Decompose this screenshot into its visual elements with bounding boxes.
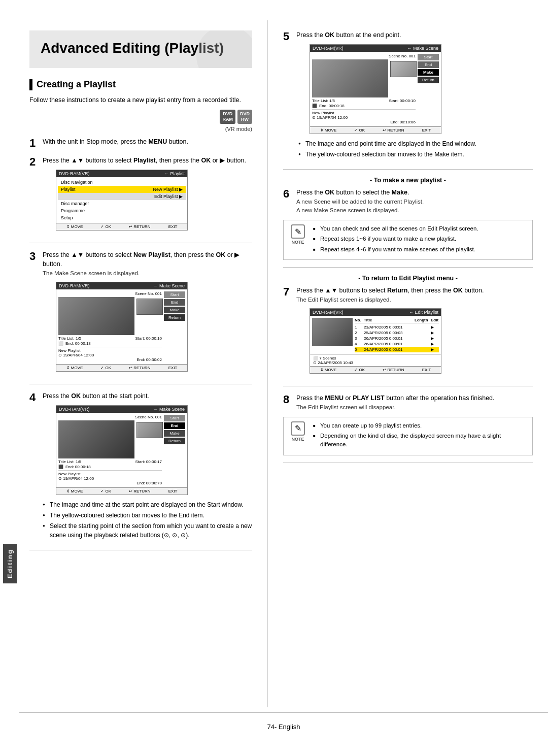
section-title: Creating a Playlist [37, 79, 116, 90]
step-5-num: 5 [283, 31, 296, 162]
divider-3 [29, 550, 252, 550]
step-4-text: Press the OK button at the start point. [43, 391, 252, 401]
to-make-heading: - To make a new playlist - [283, 177, 533, 184]
note-label-1: NOTE [291, 240, 304, 245]
bullet-4-1: The image and time at the start point ar… [43, 500, 252, 509]
page-title: Advanced Editing (Playlist) [41, 40, 241, 57]
screen3-footer-exit: EXIT [168, 366, 178, 370]
screen5-header-right: ← Make Scene [407, 46, 438, 51]
menu-playlist: PlaylistNew Playlist ▶ [58, 186, 186, 193]
dvd-icons-row: DVDRAM DVDRW [29, 110, 252, 124]
vr-mode-text: (VR mode) [29, 126, 252, 132]
step-3: 3 Press the ▲▼ buttons to select New Pla… [29, 250, 252, 377]
screen1-footer-return: ↩ RETURN [129, 224, 151, 229]
divider-right-4 [283, 463, 533, 463]
intro-text: Follow these instructions to create a ne… [29, 95, 252, 105]
screen4-header-right: ← Make Scene [153, 407, 185, 412]
screen1-footer-exit: EXIT [168, 224, 178, 229]
menu-edit-playlist: Edit Playlist ▶ [58, 193, 186, 200]
screen1-footer-ok: ✓ OK [100, 224, 111, 229]
dvd-rw-icon: DVDRW [237, 110, 252, 124]
note-label-2: NOTE [291, 437, 304, 442]
step-6-sub2: A new Make Scene screen is displayed. [296, 206, 533, 215]
step-7-text: Press the ▲▼ buttons to select Return, t… [296, 286, 533, 295]
divider-right-1 [283, 169, 533, 170]
step-4-num: 4 [29, 392, 43, 403]
screen5-header-left: DVD-RAM(VR) [313, 46, 344, 51]
screen3-footer-ok: ✓ OK [100, 366, 111, 370]
dvd-ram-icon: DVDRAM [220, 110, 235, 124]
step-7-num: 7 [283, 286, 296, 379]
divider-right-3 [283, 386, 533, 386]
screen7-header-right: ← Edit Playlist [409, 310, 438, 315]
side-tab: Editing [0, 20, 19, 736]
screen3-footer-move: ⇕ MOVE [66, 366, 83, 370]
menu-programme: Programme [58, 207, 186, 214]
step5-bullets: The image and end point time are display… [298, 139, 533, 159]
screen1-header-right: ← Playlist [164, 171, 185, 176]
bullet-5-2: The yellow-coloured selection bar moves … [298, 150, 533, 159]
side-tab-label: Editing [3, 544, 17, 583]
bullet-4-2: The yellow-coloured selection bar moves … [43, 511, 252, 520]
note2-item-2: Depending on the kind of disc, the displ… [313, 432, 528, 449]
step-3-text: Press the ▲▼ buttons to select New Playl… [43, 250, 252, 270]
note-content-2: You can create up to 99 playlist entries… [313, 421, 528, 451]
divider-right-2 [283, 267, 533, 268]
menu-disc-nav: Disc Navigation [58, 179, 186, 186]
step-8-text: Press the MENU or PLAY LIST button after… [296, 393, 533, 403]
screen1-header-left: DVD-RAM(VR) [59, 171, 90, 176]
step-6-text: Press the OK button to select the Make. [296, 188, 533, 198]
screen1-footer-move: ⇕ MOVE [66, 224, 83, 229]
screen-mockup-5: DVD-RAM(VR) ← Make Scene Scene No. 001 [310, 44, 441, 134]
screen-mockup-3: DVD-RAM(VR) ← Make Scene Scene No. 001 [56, 282, 188, 372]
note-content-1: You can check and see all the scenes on … [313, 224, 528, 255]
step-3-num: 3 [29, 251, 43, 262]
note-box-1: ✎ NOTE You can check and see all the sce… [283, 220, 533, 260]
step-8-num: 8 [283, 394, 296, 412]
step-7: 7 Press the ▲▼ buttons to select Return,… [283, 286, 533, 379]
section-bar-icon [29, 79, 32, 90]
bullet-4-3: Select the starting point of the section… [43, 521, 252, 540]
footer-text: 74- English [267, 723, 300, 731]
step-5-text: Press the OK button at the end point. [296, 30, 533, 40]
step-2-num: 2 [29, 156, 43, 168]
bullet-5-1: The image and end point time are display… [298, 139, 533, 148]
step-5: 5 Press the OK button at the end point. … [283, 30, 533, 162]
step-7-subtext: The Edit Playlist screen is displayed. [296, 295, 533, 304]
step4-bullets: The image and time at the start point ar… [43, 500, 252, 540]
note-icon-1: ✎ [291, 224, 305, 239]
note-icon-2: ✎ [291, 421, 305, 436]
step-8: 8 Press the MENU or PLAY LIST button aft… [283, 393, 533, 412]
step-1-num: 1 [29, 138, 43, 149]
note1-item-3: Repeat steps 4~6 if you want to make sce… [313, 245, 528, 254]
step-2-text: Press the ▲▼ buttons to select Playlist,… [43, 156, 252, 166]
page-footer: 74- English [19, 712, 548, 736]
screen-mockup-4: DVD-RAM(VR) ← Make Scene Scene No. 001 [56, 405, 188, 495]
step-2: 2 Press the ▲▼ buttons to select Playlis… [29, 156, 252, 236]
screen3-header-left: DVD-RAM(VR) [59, 283, 90, 288]
step-1: 1 With the unit in Stop mode, press the … [29, 137, 252, 149]
screen-mockup-7: DVD-RAM(VR) ← Edit Playlist No. Title Le… [310, 308, 441, 374]
title-block: Advanced Editing (Playlist) [29, 30, 252, 68]
screen4-header-left: DVD-RAM(VR) [59, 407, 90, 412]
menu-disc-manager: Disc manager [58, 200, 186, 207]
step-6-sub1: A new Scene will be added to the current… [296, 198, 533, 206]
step-6-num: 6 [283, 188, 296, 215]
step-4: 4 Press the OK button at the start point… [29, 391, 252, 543]
step-8-subtext: The Edit Playlist screen will disappear. [296, 403, 533, 412]
section-heading: Creating a Playlist [29, 79, 252, 90]
step-1-text: With the unit in Stop mode, press the ME… [43, 137, 252, 147]
note1-item-2: Repeat steps 1~6 if you want to make a n… [313, 235, 528, 243]
note-box-2: ✎ NOTE You can create up to 99 playlist … [283, 417, 533, 455]
screen-mockup-1: DVD-RAM(VR) ← Playlist Disc Navigation P… [56, 170, 188, 231]
menu-setup: Setup [58, 214, 186, 221]
divider-2 [29, 384, 252, 384]
note1-item-1: You can check and see all the scenes on … [313, 224, 528, 233]
screen3-header-right: ← Make Scene [153, 283, 185, 288]
step-3-subtext: The Make Scene screen is displayed. [43, 269, 252, 278]
screen3-footer-return: ↩ RETURN [129, 366, 151, 370]
step-6: 6 Press the OK button to select the Make… [283, 188, 533, 215]
to-return-heading: - To return to Edit Playlist menu - [283, 275, 533, 282]
note2-item-1: You can create up to 99 playlist entries… [313, 421, 528, 430]
divider-1 [29, 243, 252, 243]
